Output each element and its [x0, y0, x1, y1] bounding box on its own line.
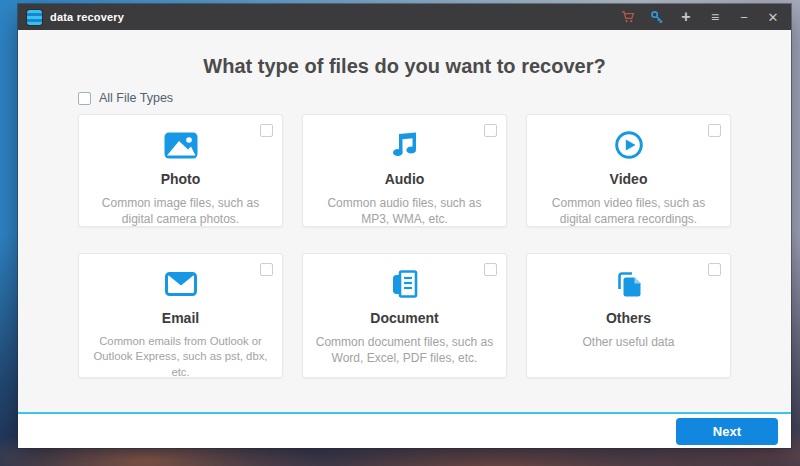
card-description: Common image files, such as digital came… — [91, 195, 270, 227]
card-title: Photo — [79, 171, 282, 187]
titlebar: data recovery + ≡ − ✕ — [18, 4, 791, 30]
card-others[interactable]: Others Other useful data — [526, 253, 731, 378]
app-window: data recovery + ≡ − ✕ What t — [18, 4, 791, 448]
cart-icon[interactable] — [620, 9, 636, 25]
email-icon — [79, 269, 282, 299]
page-title: What type of files do you want to recove… — [18, 55, 791, 78]
app-title: data recovery — [50, 11, 124, 23]
audio-icon — [303, 130, 506, 160]
others-checkbox[interactable] — [708, 263, 721, 276]
footer: Next — [18, 414, 791, 448]
all-file-types-label: All File Types — [99, 91, 173, 105]
card-title: Audio — [303, 171, 506, 187]
document-checkbox[interactable] — [484, 263, 497, 276]
card-email[interactable]: Email Common emails from Outlook or Outl… — [78, 253, 283, 378]
all-file-types-checkbox[interactable] — [78, 92, 91, 105]
card-photo[interactable]: Photo Common image files, such as digita… — [78, 114, 283, 227]
cards-row-1: Photo Common image files, such as digita… — [78, 114, 731, 227]
photo-icon — [79, 130, 282, 160]
next-button[interactable]: Next — [676, 418, 778, 445]
minimize-button[interactable]: − — [736, 9, 752, 25]
card-document[interactable]: Document Common document files, such as … — [302, 253, 507, 378]
menu-icon[interactable]: ≡ — [707, 9, 723, 25]
document-icon — [303, 269, 506, 299]
card-description: Common document files, such as Word, Exc… — [315, 334, 494, 366]
main-content: What type of files do you want to recove… — [18, 30, 791, 448]
card-description: Common video files, such as digital came… — [539, 195, 718, 227]
card-description: Other useful data — [539, 334, 718, 350]
card-description: Common emails from Outlook or Outlook Ex… — [85, 334, 276, 380]
card-audio[interactable]: Audio Common audio files, such as MP3, W… — [302, 114, 507, 227]
audio-checkbox[interactable] — [484, 124, 497, 137]
card-title: Others — [527, 310, 730, 326]
email-checkbox[interactable] — [260, 263, 273, 276]
plus-icon[interactable]: + — [678, 9, 694, 25]
photo-checkbox[interactable] — [260, 124, 273, 137]
all-file-types-row: All File Types — [78, 91, 791, 105]
others-icon — [527, 269, 730, 299]
card-title: Video — [527, 171, 730, 187]
video-icon — [527, 130, 730, 160]
app-logo-icon — [27, 10, 42, 25]
video-checkbox[interactable] — [708, 124, 721, 137]
card-video[interactable]: Video Common video files, such as digita… — [526, 114, 731, 227]
cards-row-2: Email Common emails from Outlook or Outl… — [78, 253, 731, 378]
key-icon[interactable] — [649, 9, 665, 25]
close-button[interactable]: ✕ — [765, 9, 781, 25]
card-description: Common audio files, such as MP3, WMA, et… — [315, 195, 494, 227]
card-title: Email — [79, 310, 282, 326]
card-title: Document — [303, 310, 506, 326]
